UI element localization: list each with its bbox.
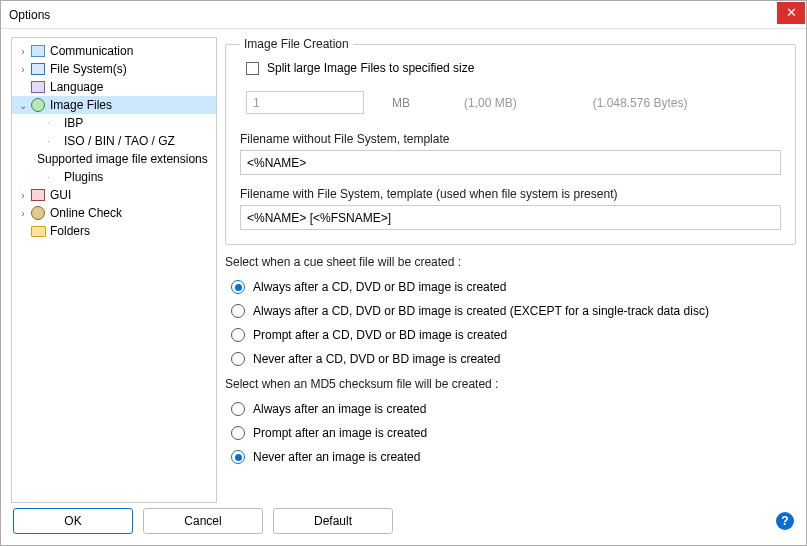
- tree-item[interactable]: ISO / BIN / TAO / GZ: [12, 132, 216, 150]
- default-button[interactable]: Default: [273, 508, 393, 534]
- close-icon: ✕: [786, 5, 797, 20]
- category-tree[interactable]: ›Communication›File System(s)Language⌄Im…: [11, 37, 217, 503]
- fs-icon: [30, 61, 46, 77]
- tree-connector: [48, 123, 62, 124]
- cue-option-label: Never after a CD, DVD or BD image is cre…: [253, 352, 500, 366]
- tree-item[interactable]: IBP: [12, 114, 216, 132]
- split-hint-bytes: (1.048.576 Bytes): [593, 96, 688, 110]
- chevron-right-icon[interactable]: ›: [16, 62, 30, 76]
- chevron-down-icon[interactable]: ⌄: [16, 98, 30, 112]
- split-hint-mb: (1,00 MB): [464, 96, 517, 110]
- chevron-right-icon[interactable]: ›: [16, 44, 30, 58]
- online-icon: [30, 205, 46, 221]
- tree-item[interactable]: Language: [12, 78, 216, 96]
- md5-option-label: Never after an image is created: [253, 450, 420, 464]
- cue-option-label: Always after a CD, DVD or BD image is cr…: [253, 280, 506, 294]
- expander-placeholder: [34, 170, 48, 184]
- radio-icon: [231, 426, 245, 440]
- tree-item[interactable]: ›File System(s): [12, 60, 216, 78]
- md5-option[interactable]: Never after an image is created: [231, 445, 796, 469]
- radio-icon: [231, 304, 245, 318]
- expander-placeholder: [34, 116, 48, 130]
- cue-option-label: Always after a CD, DVD or BD image is cr…: [253, 304, 709, 318]
- tree-item-label: IBP: [64, 116, 89, 130]
- tree-item[interactable]: ⌄Image Files: [12, 96, 216, 114]
- split-checkbox[interactable]: [246, 62, 259, 75]
- cue-option[interactable]: Prompt after a CD, DVD or BD image is cr…: [231, 323, 796, 347]
- md5-option-label: Prompt after an image is created: [253, 426, 427, 440]
- md5-heading: Select when an MD5 checksum file will be…: [225, 377, 796, 391]
- template1-input[interactable]: [240, 150, 781, 175]
- tree-item-label: Communication: [50, 44, 139, 58]
- close-button[interactable]: ✕: [777, 2, 805, 24]
- tree-connector: [48, 141, 62, 142]
- tree-item-label: File System(s): [50, 62, 133, 76]
- tree-item[interactable]: Supported image file extensions: [12, 150, 216, 168]
- radio-icon: [231, 450, 245, 464]
- main-area: ›Communication›File System(s)Language⌄Im…: [1, 29, 806, 503]
- split-unit: MB: [392, 96, 410, 110]
- ok-button[interactable]: OK: [13, 508, 133, 534]
- cue-heading: Select when a cue sheet file will be cre…: [225, 255, 796, 269]
- md5-option[interactable]: Prompt after an image is created: [231, 421, 796, 445]
- expander-placeholder: [16, 224, 30, 238]
- tree-item[interactable]: Plugins: [12, 168, 216, 186]
- md5-option-label: Always after an image is created: [253, 402, 426, 416]
- tree-item[interactable]: ›GUI: [12, 186, 216, 204]
- template2-input[interactable]: [240, 205, 781, 230]
- radio-icon: [231, 402, 245, 416]
- template2-label: Filename with File System, template (use…: [240, 187, 781, 201]
- tree-connector: [48, 177, 62, 178]
- tree-item-label: Image Files: [50, 98, 118, 112]
- cue-option[interactable]: Always after a CD, DVD or BD image is cr…: [231, 299, 796, 323]
- window-title: Options: [9, 8, 777, 22]
- tree-connector: [34, 159, 35, 160]
- tree-item-label: ISO / BIN / TAO / GZ: [64, 134, 181, 148]
- chevron-right-icon[interactable]: ›: [16, 206, 30, 220]
- bottom-bar: OK Cancel Default ?: [1, 503, 806, 545]
- tree-item[interactable]: ›Communication: [12, 42, 216, 60]
- radio-icon: [231, 328, 245, 342]
- gui-icon: [30, 187, 46, 203]
- cancel-button[interactable]: Cancel: [143, 508, 263, 534]
- tree-item-label: Folders: [50, 224, 96, 238]
- tree-item-label: Online Check: [50, 206, 128, 220]
- expander-placeholder: [34, 134, 48, 148]
- help-icon[interactable]: ?: [776, 512, 794, 530]
- content-panel: Image File Creation Split large Image Fi…: [225, 37, 796, 503]
- cue-option-label: Prompt after a CD, DVD or BD image is cr…: [253, 328, 507, 342]
- split-label: Split large Image Files to specified siz…: [267, 61, 474, 75]
- template1-label: Filename without File System, template: [240, 132, 781, 146]
- radio-icon: [231, 280, 245, 294]
- folder-icon: [30, 223, 46, 239]
- img-icon: [30, 97, 46, 113]
- cue-option[interactable]: Never after a CD, DVD or BD image is cre…: [231, 347, 796, 371]
- image-file-creation-group: Image File Creation Split large Image Fi…: [225, 37, 796, 245]
- lang-icon: [30, 79, 46, 95]
- cue-option[interactable]: Always after a CD, DVD or BD image is cr…: [231, 275, 796, 299]
- titlebar: Options ✕: [1, 1, 806, 29]
- split-size-input[interactable]: [246, 91, 364, 114]
- tree-item-label: GUI: [50, 188, 77, 202]
- comm-icon: [30, 43, 46, 59]
- radio-icon: [231, 352, 245, 366]
- tree-item-label: Plugins: [64, 170, 109, 184]
- tree-item[interactable]: ›Online Check: [12, 204, 216, 222]
- tree-item[interactable]: Folders: [12, 222, 216, 240]
- expander-placeholder: [16, 80, 30, 94]
- chevron-right-icon[interactable]: ›: [16, 188, 30, 202]
- md5-option[interactable]: Always after an image is created: [231, 397, 796, 421]
- group-legend: Image File Creation: [240, 37, 353, 51]
- tree-item-label: Language: [50, 80, 109, 94]
- tree-item-label: Supported image file extensions: [37, 152, 214, 166]
